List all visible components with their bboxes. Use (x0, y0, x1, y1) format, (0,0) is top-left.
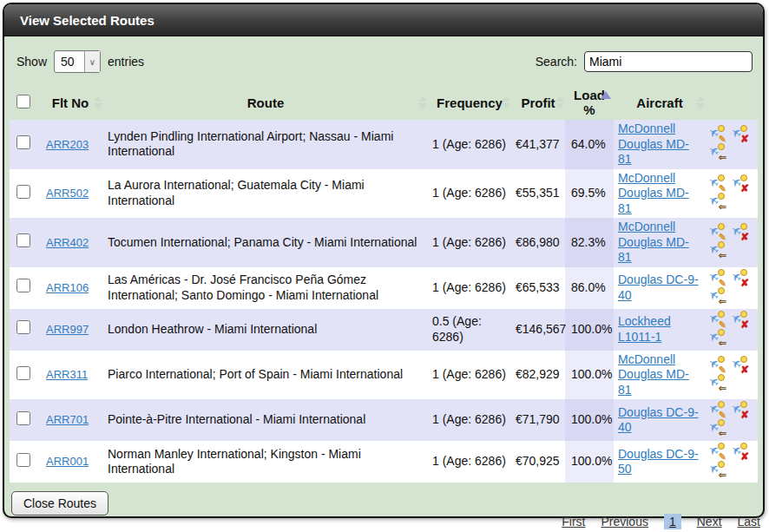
chevron-down-icon: ∨ (84, 51, 100, 72)
assign-aircraft-icon[interactable]: ✈ ⇐ (708, 144, 726, 160)
red-x-icon: ✘ (740, 365, 749, 375)
edit-route-icon[interactable]: ✈ ✎ (708, 402, 726, 417)
edit-route-icon[interactable]: ✈ ✎ (708, 224, 726, 240)
coin-icon (740, 174, 747, 181)
row-checkbox[interactable] (16, 279, 30, 292)
edit-route-icon[interactable]: ✈ ✎ (708, 126, 726, 141)
row-checkbox[interactable] (16, 185, 30, 199)
delete-route-icon[interactable]: ✈ ✘ (731, 312, 748, 327)
assign-aircraft-icon[interactable]: ✈ ⇐ (708, 462, 726, 477)
transfer-arrow-icon: ⇐ (719, 384, 726, 393)
column-header-frequency[interactable]: Frequency (428, 85, 511, 120)
select-all-checkbox[interactable] (16, 95, 30, 108)
row-actions-cell: ✈ ✎ ✈ ✘ ✈ ⇐ (706, 120, 758, 169)
column-header-flt-no[interactable]: Flt No (37, 85, 103, 120)
assign-aircraft-icon[interactable]: ✈ ⇐ (708, 288, 726, 304)
flight-number-link[interactable]: ARR203 (46, 138, 89, 151)
pagination-previous[interactable]: Previous (601, 515, 647, 529)
row-checkbox[interactable] (16, 453, 30, 467)
flight-number-link[interactable]: ARR997 (46, 323, 89, 336)
pagination-next[interactable]: Next (697, 515, 722, 529)
route-cell: Piarco International; Port of Spain - Mi… (103, 351, 428, 400)
row-checkbox[interactable] (16, 135, 30, 149)
delete-route-icon[interactable]: ✈ ✘ (731, 402, 748, 417)
table-row: ARR106 Las Américas - Dr. José Francisco… (10, 267, 758, 309)
column-header-load[interactable]: Load % (565, 85, 614, 120)
column-header-aircraft[interactable]: Aircraft (614, 85, 706, 120)
edit-route-icon[interactable]: ✈ ✎ (708, 175, 726, 191)
assign-aircraft-icon[interactable]: ✈ ⇐ (708, 420, 726, 436)
delete-route-icon[interactable]: ✈ ✘ (731, 224, 748, 240)
flight-number-link[interactable]: ARR106 (46, 281, 89, 294)
edit-route-icon[interactable]: ✈ ✎ (708, 357, 726, 372)
aircraft-link[interactable]: Douglas DC-9-40 (618, 405, 699, 435)
profit-cell: €70,925 (511, 441, 565, 483)
aircraft-link[interactable]: McDonnell Douglas MD-81 (618, 220, 689, 264)
column-header-profit[interactable]: Profit (511, 85, 565, 120)
transfer-arrow-icon: ⇐ (719, 251, 726, 260)
aircraft-link[interactable]: Lockheed L1011-1 (618, 314, 671, 344)
view-selected-routes-panel: View Selected Routes Show 50 ∨ entries S… (3, 3, 765, 518)
column-header-route[interactable]: Route (103, 85, 428, 120)
coin-icon (718, 461, 725, 468)
aircraft-link[interactable]: McDonnell Douglas MD-81 (618, 171, 689, 215)
aircraft-link[interactable]: Douglas DC-9-40 (618, 273, 699, 302)
edit-route-icon[interactable]: ✈ ✎ (708, 270, 726, 286)
pencil-icon: ✎ (719, 279, 726, 288)
profit-cell: €65,533 (511, 267, 565, 309)
row-checkbox[interactable] (16, 233, 30, 247)
search-input[interactable] (584, 51, 753, 72)
pagination-last[interactable]: Last (738, 515, 760, 529)
pagination-current-page[interactable]: 1 (664, 514, 681, 529)
delete-route-icon[interactable]: ✈ ✘ (731, 443, 748, 459)
flight-number-link[interactable]: ARR311 (46, 368, 88, 381)
flight-number-link[interactable]: ARR701 (46, 413, 89, 426)
row-actions-cell: ✈ ✎ ✈ ✘ ✈ ⇐ (706, 169, 758, 219)
entries-label: entries (108, 55, 144, 69)
frequency-cell: 1 (Age: 6286) (428, 399, 511, 441)
edit-route-icon[interactable]: ✈ ✎ (708, 312, 726, 327)
route-cell: Las Américas - Dr. José Francisco Peña G… (103, 267, 428, 309)
row-actions-cell: ✈ ✎ ✈ ✘ ✈ ⇐ (706, 267, 758, 309)
close-routes-button[interactable]: Close Routes (11, 491, 108, 516)
row-checkbox[interactable] (16, 366, 30, 380)
panel-header: View Selected Routes (4, 4, 763, 36)
row-checkbox[interactable] (16, 411, 30, 425)
coin-icon (718, 125, 725, 132)
row-actions-cell: ✈ ✎ ✈ ✘ ✈ ⇐ (706, 309, 758, 351)
flight-number-link[interactable]: ARR502 (46, 187, 89, 200)
coin-icon (718, 174, 725, 181)
row-checkbox[interactable] (16, 320, 30, 334)
edit-route-icon[interactable]: ✈ ✎ (708, 443, 726, 459)
assign-aircraft-icon[interactable]: ✈ ⇐ (708, 330, 726, 345)
row-select-cell (10, 441, 37, 483)
red-x-icon: ✘ (740, 410, 749, 420)
flight-number-cell: ARR001 (37, 441, 103, 483)
assign-aircraft-icon[interactable]: ✈ ⇐ (708, 194, 726, 209)
assign-aircraft-icon[interactable]: ✈ ⇐ (708, 242, 726, 258)
flight-number-cell: ARR402 (37, 218, 103, 267)
aircraft-cell: McDonnell Douglas MD-81 (614, 218, 706, 267)
aircraft-link[interactable]: Douglas DC-9-50 (618, 447, 699, 476)
sort-ascending-icon (601, 91, 611, 99)
flight-number-link[interactable]: ARR402 (46, 236, 89, 249)
assign-aircraft-icon[interactable]: ✈ ⇐ (708, 375, 726, 391)
row-select-cell (10, 351, 37, 400)
flight-number-cell: ARR701 (37, 399, 103, 441)
coin-icon (740, 223, 747, 230)
pagination-first[interactable]: First (562, 515, 585, 529)
aircraft-link[interactable]: McDonnell Douglas MD-81 (618, 122, 689, 166)
red-x-icon: ✘ (740, 183, 749, 194)
delete-route-icon[interactable]: ✈ ✘ (731, 126, 748, 141)
delete-route-icon[interactable]: ✈ ✘ (731, 175, 748, 191)
profit-cell: €82,929 (511, 351, 565, 400)
row-select-cell (10, 309, 37, 351)
delete-route-icon[interactable]: ✈ ✘ (731, 357, 748, 372)
delete-route-icon[interactable]: ✈ ✘ (731, 270, 748, 286)
entries-select[interactable]: 50 ∨ (54, 50, 101, 73)
flight-number-link[interactable]: ARR001 (46, 455, 89, 468)
load-factor-cell: 100.0% (565, 399, 614, 441)
show-label: Show (16, 55, 47, 69)
aircraft-link[interactable]: McDonnell Douglas MD-81 (618, 352, 689, 397)
load-factor-cell: 100.0% (565, 441, 614, 483)
